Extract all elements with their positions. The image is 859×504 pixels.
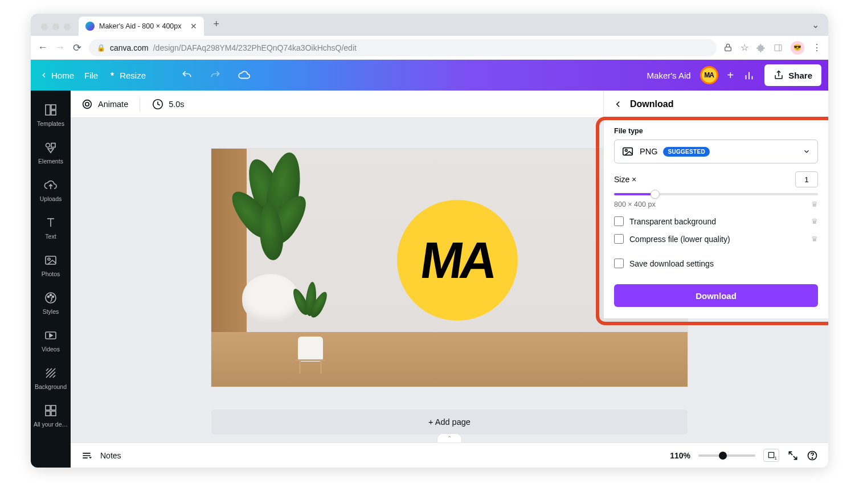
- sidebar-item-elements[interactable]: Elements: [31, 134, 71, 171]
- tabs-overflow-icon[interactable]: ⌄: [812, 19, 819, 30]
- svg-marker-23: [50, 334, 52, 337]
- share-page-icon[interactable]: [723, 43, 733, 52]
- sidebar-item-photos[interactable]: Photos: [31, 247, 71, 284]
- resize-menu[interactable]: Resize: [108, 71, 146, 80]
- sidebar-item-styles[interactable]: Styles: [31, 284, 71, 322]
- traffic-light-close[interactable]: [41, 23, 48, 30]
- new-tab-button[interactable]: +: [207, 15, 225, 34]
- compress-option[interactable]: Compress file (lower quality) ♛: [614, 234, 818, 244]
- close-tab-icon[interactable]: ✕: [190, 22, 197, 31]
- reload-button[interactable]: ⟳: [72, 42, 82, 54]
- svg-rect-9: [51, 110, 56, 115]
- svg-line-28: [53, 375, 55, 378]
- size-slider[interactable]: [614, 193, 818, 195]
- footer-bar: Notes 110% 1: [71, 442, 828, 468]
- svg-rect-44: [623, 148, 633, 155]
- browser-tab[interactable]: Maker's Aid - 800 × 400px ✕: [79, 17, 204, 36]
- file-menu[interactable]: File: [84, 71, 98, 80]
- add-collaborator-icon[interactable]: +: [727, 69, 734, 82]
- sidebar-item-all-designs[interactable]: All your de…: [31, 397, 71, 435]
- help-icon[interactable]: [807, 450, 818, 461]
- extensions-icon[interactable]: [756, 43, 766, 52]
- svg-point-45: [625, 149, 627, 151]
- svg-rect-0: [725, 47, 731, 51]
- document-title[interactable]: Maker's Aid: [647, 71, 691, 80]
- svg-rect-1: [775, 44, 782, 51]
- panel-back-icon[interactable]: [613, 99, 623, 109]
- undo-button[interactable]: [178, 66, 196, 84]
- svg-rect-7: [46, 105, 50, 115]
- cloud-status-icon[interactable]: [235, 65, 254, 85]
- sidebar-item-background[interactable]: Background: [31, 359, 71, 397]
- svg-rect-32: [51, 411, 56, 416]
- svg-line-26: [46, 368, 48, 371]
- kebab-menu-icon[interactable]: ⋮: [812, 42, 821, 53]
- image-icon: [621, 145, 634, 158]
- sidepanel-icon[interactable]: [774, 43, 783, 52]
- suggested-badge: SUGGESTED: [663, 147, 710, 157]
- svg-rect-30: [51, 405, 56, 410]
- svg-line-41: [793, 456, 797, 459]
- zoom-slider[interactable]: [698, 454, 755, 457]
- browser-tab-bar: Maker's Aid - 800 × 400px ✕ + ⌄: [31, 14, 828, 36]
- download-button[interactable]: Download: [614, 284, 818, 307]
- panel-title: Download: [630, 99, 673, 109]
- file-type-value: PNG: [640, 147, 657, 156]
- file-type-select[interactable]: PNG SUGGESTED: [614, 140, 818, 163]
- save-settings-checkbox[interactable]: [614, 259, 624, 268]
- svg-point-34: [85, 102, 89, 105]
- pro-crown-icon: ♛: [811, 217, 818, 226]
- traffic-light-zoom[interactable]: [64, 23, 71, 30]
- add-page-button[interactable]: + Add page: [211, 409, 688, 435]
- notes-button[interactable]: Notes: [100, 451, 121, 460]
- logo-text: MA: [417, 231, 498, 290]
- share-button[interactable]: Share: [764, 64, 821, 86]
- bookmark-icon[interactable]: ☆: [741, 42, 748, 53]
- browser-actions: ☆ 😎 ⋮: [723, 41, 821, 55]
- traffic-light-minimize[interactable]: [52, 23, 59, 30]
- main-area: Templates Elements Uploads Text Photos S…: [31, 91, 828, 468]
- sidebar-item-templates[interactable]: Templates: [31, 96, 71, 134]
- profile-avatar[interactable]: 😎: [791, 41, 804, 55]
- back-button[interactable]: ←: [38, 42, 48, 54]
- save-settings-option[interactable]: Save download settings: [614, 259, 818, 268]
- tab-title: Maker's Aid - 800 × 400px: [99, 22, 181, 30]
- compress-checkbox[interactable]: [614, 234, 624, 244]
- logo-circle[interactable]: MA: [397, 200, 518, 321]
- url-host: canva.com: [110, 43, 149, 52]
- forward-button[interactable]: →: [55, 42, 65, 54]
- scene-floor: [211, 332, 688, 387]
- chevron-down-icon: [803, 147, 811, 155]
- app-topbar: Home File Resize Maker's Aid MA +: [31, 60, 828, 91]
- window-controls: [38, 23, 75, 36]
- svg-rect-8: [51, 105, 56, 109]
- transparent-bg-option[interactable]: Transparent background ♛: [614, 216, 818, 226]
- address-bar[interactable]: 🔒 canva.com/design/DAFAq298YM4/232PhEQnQ…: [89, 39, 717, 56]
- sidebar-item-videos[interactable]: Videos: [31, 322, 71, 359]
- duration-button[interactable]: 5.0s: [152, 98, 184, 110]
- svg-point-17: [48, 258, 50, 260]
- analytics-icon[interactable]: [743, 69, 755, 81]
- notes-icon: [81, 450, 92, 461]
- panel-header: Download: [604, 91, 828, 118]
- zoom-value[interactable]: 110%: [670, 451, 690, 460]
- animate-button[interactable]: Animate: [81, 98, 128, 110]
- svg-line-40: [789, 452, 792, 455]
- size-input[interactable]: [795, 171, 818, 187]
- browser-window: Maker's Aid - 800 × 400px ✕ + ⌄ ← → ⟳ 🔒 …: [31, 14, 828, 468]
- svg-point-19: [48, 296, 50, 298]
- home-button[interactable]: Home: [40, 71, 74, 80]
- sidebar-item-text[interactable]: Text: [31, 209, 71, 247]
- timeline-toggle[interactable]: ⌃: [437, 433, 462, 442]
- svg-point-33: [83, 100, 92, 108]
- sidebar-item-uploads[interactable]: Uploads: [31, 171, 71, 209]
- svg-point-10: [46, 144, 50, 147]
- user-avatar-badge[interactable]: MA: [700, 66, 718, 84]
- redo-button[interactable]: [206, 66, 224, 84]
- browser-toolbar: ← → ⟳ 🔒 canva.com/design/DAFAq298YM4/232…: [31, 36, 828, 60]
- left-sidebar: Templates Elements Uploads Text Photos S…: [31, 91, 71, 468]
- fullscreen-icon[interactable]: [787, 450, 799, 461]
- transparent-bg-checkbox[interactable]: [614, 216, 624, 226]
- svg-point-43: [812, 457, 812, 458]
- page-indicator[interactable]: 1: [763, 449, 779, 462]
